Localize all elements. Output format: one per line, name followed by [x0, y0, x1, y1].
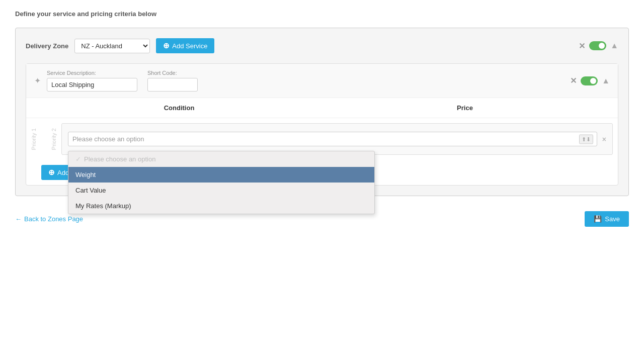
dropdown-item-weight[interactable]: Weight [68, 167, 374, 183]
delivery-zone-label: Delivery Zone [26, 42, 68, 50]
save-disk-icon: 💾 [594, 215, 602, 223]
drag-handle-icon[interactable]: ✦ [34, 76, 41, 85]
criteria-row: Please choose an option Weight Cart Valu… [61, 123, 613, 155]
save-button[interactable]: 💾 Save [585, 211, 629, 227]
service-collapse-icon[interactable]: ▲ [602, 76, 610, 85]
criteria-condition-select[interactable]: Please choose an option Weight Cart Valu… [68, 132, 597, 146]
service-description-input[interactable] [47, 78, 137, 92]
service-toggle[interactable] [581, 76, 598, 85]
zone-collapse-icon[interactable]: ▲ [610, 41, 618, 50]
add-criteria-plus-icon: ⊕ [48, 168, 55, 177]
service-card-header-right: ✕ ▲ [570, 76, 610, 85]
criteria-dropdown: ✓ Please choose an option Weight Cart Va… [68, 151, 375, 214]
main-container: Delivery Zone NZ - Auckland NZ - Welling… [15, 28, 629, 196]
priority-1-label: Priority 1 [26, 118, 41, 160]
dropdown-placeholder-item: ✓ Please choose an option [68, 151, 374, 167]
plus-icon: ⊕ [163, 41, 170, 50]
add-service-button[interactable]: ⊕ Add Service [156, 38, 214, 53]
priority-content: Priority 2 Please choose an option Weigh… [41, 118, 618, 160]
service-close-icon[interactable]: ✕ [570, 76, 577, 85]
service-description-group: Service Description: [47, 70, 137, 92]
arrow-left-icon: ← [15, 215, 22, 223]
priority-2-section: Priority 2 Please choose an option Weigh… [46, 123, 613, 155]
zone-header: Delivery Zone NZ - Auckland NZ - Welling… [26, 38, 618, 53]
delivery-zone-select[interactable]: NZ - Auckland NZ - Wellington NZ - Chris… [74, 39, 150, 53]
service-body: Condition Price Priority 1 Priority 2 [26, 98, 618, 180]
price-column-header: Price [322, 104, 608, 112]
criteria-header: Condition Price [26, 98, 618, 118]
back-to-zones-link[interactable]: ← Back to Zones Page [15, 215, 83, 223]
dropdown-item-my-rates[interactable]: My Rates (Markup) [68, 198, 374, 214]
criteria-select-wrapper: Please choose an option Weight Cart Valu… [68, 132, 597, 146]
service-description-label: Service Description: [47, 70, 137, 76]
dropdown-item-cart-value[interactable]: Cart Value [68, 183, 374, 198]
priority-2-label: Priority 2 [46, 123, 61, 155]
service-fields: Service Description: Short Code: [47, 70, 570, 92]
condition-column-header: Condition [36, 104, 322, 112]
page-description: Define your service and pricing criteria… [0, 0, 644, 23]
short-code-input[interactable] [147, 78, 198, 92]
zone-close-icon[interactable]: ✕ [579, 41, 585, 51]
criteria-remove-button[interactable]: × [602, 135, 606, 143]
zone-toggle[interactable] [589, 41, 606, 50]
zone-header-controls: ✕ ▲ [579, 41, 618, 51]
short-code-label: Short Code: [147, 70, 198, 76]
service-card-header: ✦ Service Description: Short Code: ✕ ▲ [26, 64, 618, 98]
short-code-group: Short Code: [147, 70, 198, 92]
check-icon: ✓ [75, 155, 81, 163]
service-card: ✦ Service Description: Short Code: ✕ ▲ [26, 63, 618, 186]
priority-rows-container: Priority 1 Priority 2 Please choose an o… [26, 118, 618, 160]
